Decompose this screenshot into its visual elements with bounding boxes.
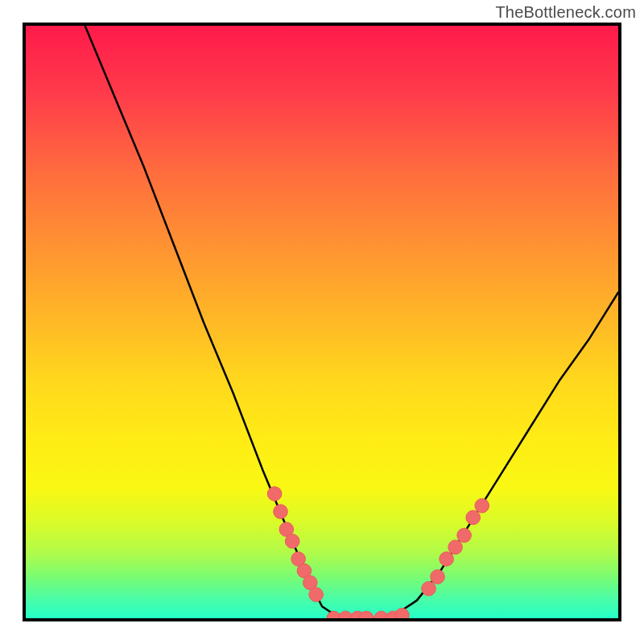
chart-svg bbox=[26, 26, 618, 618]
highlight-dot bbox=[422, 581, 436, 596]
highlight-dot bbox=[431, 570, 445, 584]
chart-frame bbox=[23, 23, 621, 621]
highlight-dot bbox=[448, 540, 463, 555]
highlight-dot bbox=[274, 505, 288, 519]
highlight-dot bbox=[475, 498, 489, 513]
bottleneck-curve bbox=[85, 26, 618, 618]
highlight-dots bbox=[267, 487, 489, 618]
highlight-dot bbox=[267, 487, 282, 502]
highlight-dot bbox=[440, 552, 454, 567]
highlight-dot bbox=[309, 588, 324, 602]
attribution-text: TheBottleneck.com bbox=[495, 3, 636, 22]
highlight-dot bbox=[395, 609, 410, 619]
highlight-dot bbox=[466, 510, 481, 525]
highlight-dot bbox=[457, 528, 472, 543]
highlight-dot bbox=[285, 535, 299, 549]
